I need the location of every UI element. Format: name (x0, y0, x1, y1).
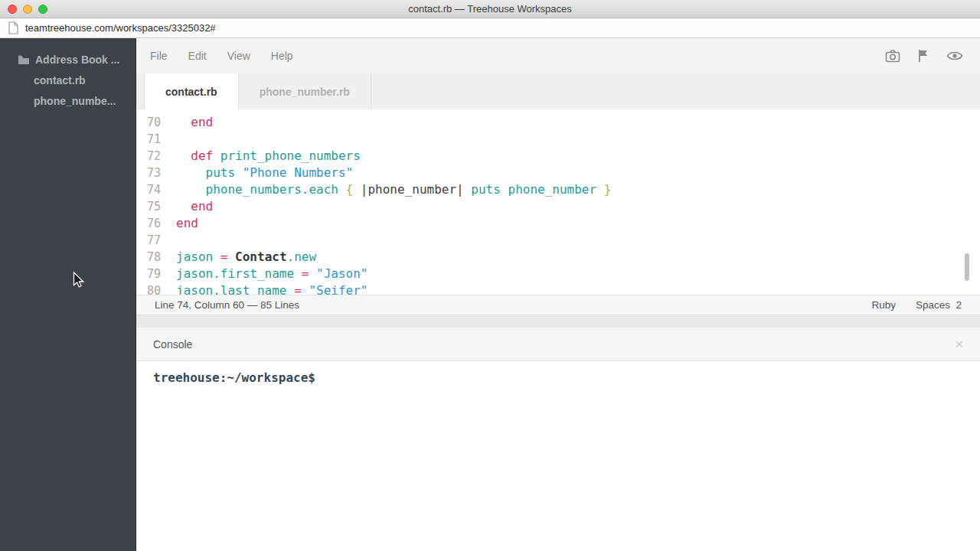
console-panel: Console × treehouse:~/workspace$ (136, 328, 980, 551)
traffic-lights (8, 5, 47, 14)
terminal-prompt: treehouse:~/workspace$ (153, 370, 315, 385)
line-content (161, 232, 176, 249)
indent-mode-selector[interactable]: Spaces 2 (916, 299, 962, 311)
menu-edit[interactable]: Edit (188, 50, 207, 62)
line-number: 74 (136, 181, 161, 198)
minimize-window-button[interactable] (23, 5, 32, 14)
console-header: Console × (136, 328, 980, 361)
editor-scrollbar-thumb[interactable] (965, 253, 969, 281)
cursor-position-status: Line 74, Column 60 — 85 Lines (155, 299, 299, 311)
line-content: jason.first_name = "Jason" (161, 266, 368, 282)
line-content: end (161, 198, 213, 215)
page-icon (8, 21, 19, 34)
editor-status-bar: Line 74, Column 60 — 85 Lines Ruby Space… (136, 295, 980, 315)
tab-label: contact.rb (165, 86, 217, 98)
flag-icon[interactable] (917, 49, 929, 63)
close-console-icon[interactable]: × (955, 337, 963, 351)
tab-contact-rb[interactable]: contact.rb (144, 73, 239, 109)
line-number: 77 (136, 232, 161, 249)
line-number: 70 (136, 114, 161, 131)
line-content: end (161, 215, 198, 232)
line-number: 71 (136, 131, 161, 148)
code-line: 77 (136, 232, 980, 249)
browser-window: contact.rb — Treehouse Workspaces teamtr… (0, 0, 980, 551)
line-content: phone_numbers.each { |phone_number| puts… (161, 181, 611, 198)
code-line: 73 puts "Phone Numbers" (136, 165, 980, 181)
tab-phone-number-rb[interactable]: phone_number.rb (239, 73, 371, 109)
tab-label: phone_number.rb (260, 86, 350, 98)
line-content: jason.last_name = "Seifer" (161, 282, 368, 295)
close-window-button[interactable] (8, 5, 17, 14)
code-line: 70 end (136, 114, 980, 131)
indent-label: Spaces (916, 299, 950, 311)
file-label: phone_numbe... (34, 95, 116, 107)
window-title: contact.rb — Treehouse Workspaces (408, 3, 572, 15)
code-editor[interactable]: 70 end7172 def print_phone_numbers73 put… (136, 109, 980, 295)
line-content (161, 131, 176, 148)
file-sidebar: Address Book ... contact.rb phone_numbe.… (0, 38, 136, 551)
code-line: 79jason.first_name = "Jason" (136, 266, 980, 282)
code-line: 80jason.last_name = "Seifer" (136, 282, 980, 295)
sidebar-item-contact-rb[interactable]: contact.rb (0, 70, 136, 90)
camera-icon[interactable] (885, 49, 900, 63)
line-number: 73 (136, 165, 161, 181)
editor-panel: File Edit View Help (136, 38, 980, 551)
line-content: jason = Contact.new (161, 249, 316, 266)
tab-strip: contact.rb phone_number.rb (136, 73, 980, 109)
titlebar: contact.rb — Treehouse Workspaces (0, 0, 980, 18)
line-number: 79 (136, 266, 161, 282)
line-number: 75 (136, 198, 161, 215)
sidebar-item-phone-number-rb[interactable]: phone_numbe... (0, 90, 136, 111)
code-line: 76end (136, 215, 980, 232)
file-label: contact.rb (34, 74, 86, 86)
line-content: def print_phone_numbers (161, 148, 361, 165)
workspace: Address Book ... contact.rb phone_numbe.… (0, 38, 980, 551)
zoom-window-button[interactable] (38, 5, 47, 14)
project-label: Address Book ... (35, 54, 119, 66)
panel-divider (136, 315, 980, 328)
line-number: 78 (136, 249, 161, 266)
url-bar[interactable]: teamtreehouse.com/workspaces/3325032# (0, 18, 980, 38)
menu-bar: File Edit View Help (136, 38, 980, 73)
line-content: end (161, 114, 213, 131)
code-line: 71 (136, 131, 980, 148)
url-text[interactable]: teamtreehouse.com/workspaces/3325032# (25, 22, 216, 34)
sidebar-project[interactable]: Address Book ... (0, 49, 136, 70)
toolbar-icons (885, 49, 963, 63)
code-lines: 70 end7172 def print_phone_numbers73 put… (136, 114, 980, 295)
menu-file[interactable]: File (150, 50, 168, 62)
terminal-area[interactable]: treehouse:~/workspace$ (136, 361, 980, 551)
line-content: puts "Phone Numbers" (161, 165, 353, 181)
menu-help[interactable]: Help (271, 50, 293, 62)
line-number: 76 (136, 215, 161, 232)
menu-view[interactable]: View (227, 50, 250, 62)
console-tab[interactable]: Console (153, 338, 192, 350)
code-line: 72 def print_phone_numbers (136, 148, 980, 165)
code-line: 78jason = Contact.new (136, 249, 980, 266)
indent-value: 2 (956, 299, 962, 311)
code-line: 75 end (136, 198, 980, 215)
code-line: 74 phone_numbers.each { |phone_number| p… (136, 181, 980, 198)
line-number: 80 (136, 282, 161, 295)
eye-icon[interactable] (946, 50, 963, 62)
line-number: 72 (136, 148, 161, 165)
folder-icon (18, 55, 29, 64)
language-mode-selector[interactable]: Ruby (871, 299, 896, 311)
